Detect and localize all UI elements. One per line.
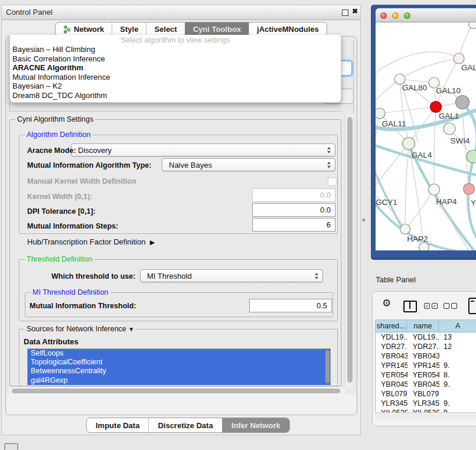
attribute-item-gal4rgexp[interactable]: gal4RGexp — [28, 376, 330, 385]
node-gal4[interactable] — [403, 138, 415, 150]
table-cell: YLR345W — [407, 399, 439, 408]
dpi-tolerance-label: DPI Tolerance [0,1]: — [27, 207, 96, 216]
which-threshold-label: Which threshold to use: — [51, 272, 135, 281]
collapse-arrow-icon[interactable]: ▶ — [150, 239, 155, 246]
table-row[interactable]: YBL079WYBL079W — [376, 389, 476, 399]
aracne-mode-combo[interactable]: Discovery — [71, 144, 335, 156]
network-edge[interactable] — [380, 107, 436, 113]
network-edge[interactable] — [376, 144, 476, 176]
mi-threshold-field[interactable]: 0.5 — [249, 299, 332, 312]
dpi-tolerance-field[interactable]: 0.0 — [252, 203, 335, 217]
table-row[interactable]: YLR345WYLR345W9. — [376, 399, 476, 408]
node-gray[interactable] — [456, 96, 470, 109]
close-icon[interactable]: ✖ — [352, 7, 358, 15]
tab-jactivemnodules[interactable]: jActiveMNodules — [249, 22, 327, 36]
manual-kernel-label: Manual Kernel Width Definition — [27, 177, 136, 185]
algorithm-option-bayesian-k2[interactable]: Bayesian – K2 — [10, 81, 341, 91]
split-pane-icon[interactable] — [403, 301, 417, 312]
tab-infer-network[interactable]: Infer Network — [222, 418, 289, 432]
manual-kernel-checkbox[interactable] — [328, 177, 337, 186]
hub-definition-toggle[interactable]: Hub/Transcription Factor Definition ▶ — [27, 237, 155, 246]
horizontal-scrollbar-thumb[interactable] — [12, 389, 340, 393]
splitter-handle[interactable] — [363, 219, 365, 221]
apply-strip: Apply — [6, 394, 356, 415]
horizontal-scrollbar-track[interactable] — [9, 386, 345, 394]
gear-icon[interactable]: ⚙ — [382, 298, 391, 308]
node-green-right[interactable] — [467, 150, 476, 163]
sources-group-title[interactable]: Sources for Network Inference ▼ — [25, 325, 136, 333]
tab-discretize-data[interactable]: Discretize Data — [148, 418, 221, 432]
network-window-titlebar[interactable] — [376, 8, 476, 22]
network-edge[interactable] — [462, 109, 469, 189]
checked-box-icon: ✓ — [432, 303, 438, 309]
tab-impute-data[interactable]: Impute Data — [87, 418, 148, 432]
column-header-shared[interactable]: shared... — [376, 320, 407, 332]
network-edge[interactable] — [400, 58, 459, 79]
algorithm-option-basic-correlation-inference[interactable]: Basic Correlation Inference — [10, 54, 341, 64]
table-row[interactable]: YPR145WYPR145W9. — [376, 361, 476, 370]
node-label-gal10: GAL10 — [436, 86, 461, 95]
float-window-icon[interactable] — [342, 9, 348, 16]
tab-style[interactable]: Style — [112, 22, 146, 36]
kernel-width-field: 0.0 — [252, 188, 335, 202]
attribute-item-topologicalcoefficient[interactable]: TopologicalCoefficient — [28, 358, 330, 367]
tab-cyni-toolbox[interactable]: Cyni Toolbox — [185, 22, 249, 36]
column-header-a[interactable]: A — [439, 320, 476, 332]
node-label-y: Y — [471, 198, 476, 207]
node-hap4[interactable] — [429, 184, 440, 195]
table-row[interactable]: YBR045CYBR045C9. — [376, 380, 476, 389]
minimized-panel-button[interactable] — [4, 443, 18, 450]
attribute-item-selfloops[interactable]: SelfLoops — [28, 349, 330, 358]
algorithm-option-mutual-information-inference[interactable]: Mutual Information Inference — [10, 73, 341, 82]
node-partial-bottom[interactable] — [419, 243, 429, 251]
node-salmon[interactable] — [464, 184, 475, 195]
network-edge[interactable] — [434, 107, 436, 190]
deselect-all-checkboxes-icon[interactable] — [444, 303, 457, 309]
algorithm-option-aracne-algorithm[interactable]: ARACNE Algorithm — [10, 63, 341, 73]
tab-select[interactable]: Select — [146, 22, 184, 36]
select-all-checkboxes-icon[interactable]: ✓ ✓ — [424, 303, 438, 309]
tab-network[interactable]: Network — [56, 22, 112, 36]
expand-arrow-icon[interactable]: ▼ — [128, 326, 134, 332]
column-header-name[interactable]: name — [407, 320, 439, 332]
network-edge[interactable] — [376, 52, 459, 77]
mi-steps-value: 6 — [327, 220, 331, 229]
table-row[interactable]: YDR27...YDR27...12 — [376, 342, 476, 351]
zoom-traffic-light-icon[interactable] — [404, 12, 410, 19]
network-edge[interactable] — [405, 190, 434, 229]
node-table[interactable]: shared...nameA YDL19...YDL19...13YDR27..… — [375, 319, 476, 413]
vertical-scrollbar-thumb[interactable] — [347, 117, 353, 383]
data-attributes-list[interactable]: SelfLoopsTopologicalCoefficientBetweenne… — [27, 348, 331, 386]
mi-steps-field[interactable]: 6 — [252, 218, 335, 231]
node-hap2[interactable] — [400, 224, 410, 234]
data-attributes-label: Data Attributes — [24, 337, 79, 346]
close-traffic-light-icon[interactable] — [380, 12, 387, 19]
network-canvas[interactable]: GALGAL80GAL10GAL1GAL11SWI4GAL4HAP4YGCY1H… — [376, 22, 476, 250]
table-row[interactable]: YER054CYER054C8. — [376, 370, 476, 380]
table-hscrollbar-track[interactable] — [375, 412, 476, 420]
table-row[interactable]: YBR043CYBR043C — [376, 351, 476, 361]
algorithm-option-bayesian-hill-climbing[interactable]: Bayesian – Hill Climbing — [10, 45, 341, 54]
node-gal1-red[interactable] — [431, 102, 442, 113]
node-gal11[interactable] — [376, 108, 385, 119]
algorithm-option-dream8-dc-tdc-algorithm[interactable]: Dream8 DC_TDC Algorithm — [10, 91, 341, 100]
mi-type-combo[interactable]: Naive Bayes — [162, 158, 335, 171]
algorithm-select-popup: Select algorithm to view settings Bayesi… — [9, 35, 341, 103]
node-swi4[interactable] — [444, 123, 455, 135]
new-table-icon[interactable] — [468, 298, 476, 314]
attributes-list-scrollbar[interactable] — [325, 350, 330, 383]
kernel-width-value: 0.0 — [320, 191, 331, 200]
table-header-row: shared...nameA — [376, 320, 476, 332]
node-partial-top[interactable] — [469, 22, 476, 29]
table-cell: YPR145W — [376, 361, 407, 370]
tab-label: Select — [154, 25, 177, 34]
table-row[interactable]: YDL19...YDL19...13 — [376, 332, 476, 342]
node-gal-pink[interactable] — [454, 53, 464, 64]
vertical-scrollbar-track[interactable] — [345, 115, 353, 386]
algorithm-definition-title: Algorithm Definition — [25, 131, 92, 139]
which-threshold-combo[interactable]: MI Threshold — [140, 269, 323, 282]
attribute-item-betweennesscentrality[interactable]: BetweennessCentrality — [28, 367, 330, 376]
minimize-traffic-light-icon[interactable] — [392, 12, 399, 19]
focused-combo-sliver[interactable] — [341, 60, 353, 76]
table-cell: YDL19... — [376, 332, 407, 342]
